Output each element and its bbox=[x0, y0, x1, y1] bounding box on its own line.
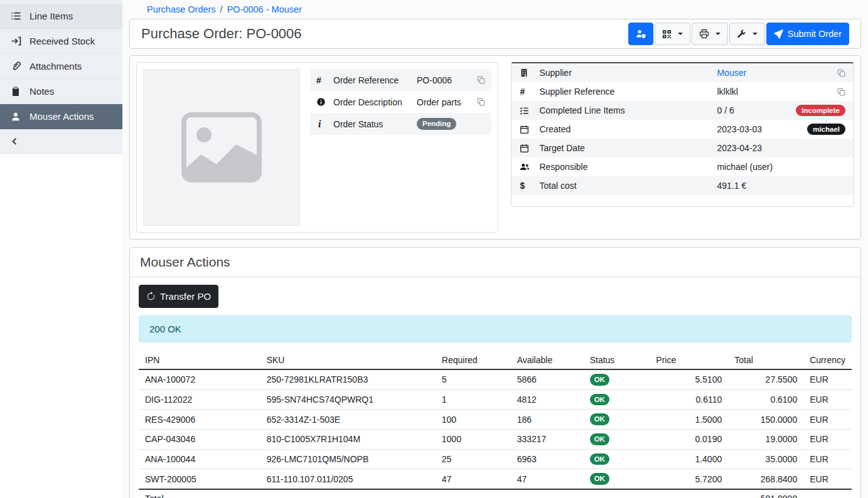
sku-cell: 926-LMC7101QM5/NOPB bbox=[260, 449, 436, 469]
total-cell: 35.0000 bbox=[728, 449, 803, 469]
barcode-actions-dropdown[interactable] bbox=[655, 23, 690, 45]
page-title: Purchase Order: PO-0006 bbox=[141, 26, 302, 42]
table-row: ANA-100072 250-72981KLRATR150B3 5 5866 O… bbox=[139, 369, 852, 389]
calendar-icon bbox=[520, 144, 539, 153]
info-icon: i bbox=[316, 119, 333, 130]
order-status-row: i Order Status Pending bbox=[310, 113, 491, 135]
footer-spacer bbox=[260, 489, 729, 498]
sidebar-item-label: Received Stock bbox=[29, 36, 95, 46]
field-label: Target Date bbox=[539, 143, 717, 153]
sidebar-item-attachments[interactable]: Attachments bbox=[0, 54, 122, 79]
order-details-panel: # Order Reference PO-0006 Order Descript… bbox=[129, 55, 861, 240]
copy-icon[interactable] bbox=[837, 88, 845, 96]
ok-badge: OK bbox=[590, 453, 609, 465]
currency-cell: EUR bbox=[803, 410, 852, 430]
col-header-currency: Currency bbox=[803, 351, 852, 369]
supplier-row: Supplier Mouser bbox=[512, 63, 854, 82]
paperclip-icon bbox=[10, 61, 21, 72]
sku-cell: 611-110.107.011/0205 bbox=[260, 469, 436, 489]
breadcrumb: Purchase Orders / PO-0006 - Mouser bbox=[129, 0, 861, 19]
chevron-left-icon bbox=[10, 137, 19, 146]
user-shield-icon bbox=[636, 29, 646, 39]
field-label: Total cost bbox=[539, 181, 717, 191]
dollar-icon: $ bbox=[520, 181, 539, 191]
status-cell: OK bbox=[584, 389, 650, 410]
order-header-panel: Purchase Order: PO-0006 bbox=[129, 19, 861, 49]
supplier-link[interactable]: Mouser bbox=[717, 68, 746, 78]
currency-cell: EUR bbox=[803, 469, 852, 489]
field-value: 0 / 6 bbox=[717, 105, 796, 115]
footer-total-label: Total bbox=[139, 489, 260, 498]
breadcrumb-link-purchase-orders[interactable]: Purchase Orders bbox=[147, 4, 216, 14]
order-description-row: Order Description Order parts bbox=[310, 91, 491, 113]
sidebar-item-mouser-actions[interactable]: Mouser Actions bbox=[0, 104, 122, 129]
ok-badge: OK bbox=[590, 394, 609, 406]
sidebar-item-notes[interactable]: Notes bbox=[0, 79, 122, 104]
price-cell: 5.7200 bbox=[650, 469, 728, 489]
transfer-po-label: Transfer PO bbox=[160, 291, 211, 302]
field-label: Order Status bbox=[333, 119, 417, 129]
transfer-po-button[interactable]: Transfer PO bbox=[139, 285, 218, 308]
total-cell: 150.0000 bbox=[728, 410, 803, 430]
footer-currency-spacer bbox=[803, 489, 852, 498]
available-cell: 5866 bbox=[511, 369, 584, 389]
table-row: ANA-100044 926-LMC7101QM5/NOPB 25 6963 O… bbox=[139, 449, 852, 469]
required-cell: 1 bbox=[436, 389, 511, 410]
copy-icon[interactable] bbox=[837, 69, 845, 77]
price-cell: 0.6110 bbox=[650, 389, 728, 410]
submit-order-button[interactable]: Submit Order bbox=[766, 23, 849, 45]
ok-badge: OK bbox=[590, 433, 609, 445]
status-cell: OK bbox=[584, 410, 650, 430]
total-cost-row: $ Total cost 491.1 € bbox=[512, 176, 854, 195]
panel-header: Mouser Actions bbox=[130, 248, 860, 277]
price-cell: 5.5100 bbox=[650, 369, 728, 389]
status-cell: OK bbox=[584, 449, 650, 469]
total-row: Total 501.0000 bbox=[139, 489, 852, 498]
ipn-cell: DIG-112022 bbox=[139, 389, 260, 410]
sidebar-item-line-items[interactable]: Line Items bbox=[0, 4, 122, 29]
field-value: 2023-04-23 bbox=[717, 143, 845, 153]
field-value: Pending bbox=[417, 118, 485, 130]
order-image-placeholder[interactable] bbox=[143, 69, 300, 226]
submit-order-label: Submit Order bbox=[788, 29, 842, 39]
field-value: PO-0006 bbox=[417, 75, 477, 85]
field-value: lklklkl bbox=[717, 87, 837, 97]
order-actions-dropdown[interactable] bbox=[729, 23, 765, 45]
sidebar-collapse-button[interactable] bbox=[0, 129, 122, 153]
printer-icon bbox=[699, 29, 709, 39]
supplier-reference-row: # Supplier Reference lklklkl bbox=[512, 82, 854, 101]
copy-icon[interactable] bbox=[477, 98, 485, 106]
breadcrumb-link-current-order[interactable]: PO-0006 - Mouser bbox=[227, 4, 302, 14]
sidebar-item-received-stock[interactable]: Received Stock bbox=[0, 29, 122, 54]
price-cell: 1.4000 bbox=[650, 449, 728, 469]
caret-down-icon bbox=[678, 33, 683, 35]
price-cell: 0.0190 bbox=[650, 429, 728, 449]
qr-code-icon bbox=[662, 29, 672, 39]
image-placeholder-icon bbox=[181, 107, 262, 188]
ipn-cell: ANA-100072 bbox=[139, 369, 260, 389]
available-cell: 186 bbox=[511, 410, 584, 430]
table-header: IPN SKU Required Available Status Price … bbox=[139, 351, 852, 369]
panel-title: Mouser Actions bbox=[140, 255, 850, 270]
table-row: RES-429006 652-3314Z-1-503E 100 186 OK 1… bbox=[139, 410, 852, 430]
status-badge: Pending bbox=[417, 118, 456, 130]
sidebar-item-label: Line Items bbox=[29, 11, 73, 21]
price-cell: 1.5000 bbox=[650, 410, 728, 430]
sidebar-menu: Line Items Received Stock Attachments No… bbox=[0, 0, 122, 154]
user-roles-button[interactable] bbox=[628, 23, 653, 45]
col-header-total: Total bbox=[728, 351, 803, 369]
print-actions-dropdown[interactable] bbox=[692, 23, 728, 45]
refresh-icon bbox=[146, 292, 156, 301]
paper-plane-icon bbox=[774, 29, 783, 39]
sku-cell: 595-SN74HCS74QPWRQ1 bbox=[260, 389, 436, 410]
status-cell: OK bbox=[584, 429, 650, 449]
table-row: CAP-043046 810-C1005X7R1H104M 1000 33321… bbox=[139, 429, 852, 449]
col-header-ipn: IPN bbox=[139, 351, 260, 369]
sku-cell: 652-3314Z-1-503E bbox=[260, 410, 436, 430]
col-header-required: Required bbox=[436, 351, 511, 369]
copy-icon[interactable] bbox=[477, 76, 485, 84]
total-cell: 19.0000 bbox=[728, 429, 803, 449]
panel-body: Transfer PO 200 OK IPN SKU Required Avai… bbox=[130, 277, 860, 498]
required-cell: 5 bbox=[436, 369, 511, 389]
line-items-body: ANA-100072 250-72981KLRATR150B3 5 5866 O… bbox=[139, 369, 852, 489]
